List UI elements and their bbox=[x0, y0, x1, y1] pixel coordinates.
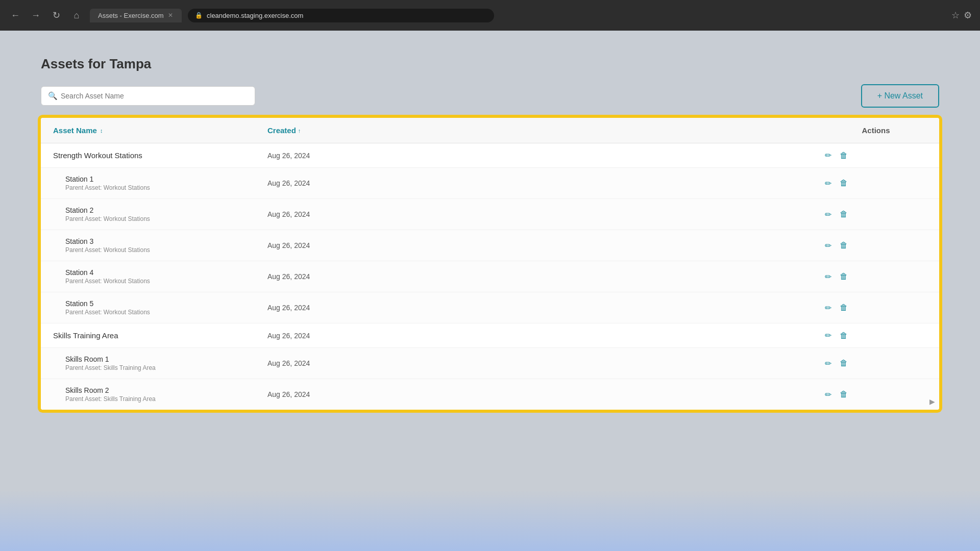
edit-icon[interactable]: ✏ bbox=[825, 390, 831, 399]
delete-icon[interactable]: 🗑 bbox=[840, 151, 848, 160]
tab-close-icon[interactable]: ✕ bbox=[168, 12, 173, 19]
created-sort-icon: ↑ bbox=[298, 128, 301, 134]
asset-parent-label: Parent Asset: Skills Training Area bbox=[53, 364, 267, 371]
edit-icon[interactable]: ✏ bbox=[825, 210, 831, 219]
table-row: Station 1Parent Asset: Workout StationsA… bbox=[41, 168, 939, 199]
header-row: 🔍 + New Asset bbox=[41, 84, 939, 108]
page-content: Assets for Tampa 🔍 + New Asset Asset Nam… bbox=[0, 31, 980, 551]
asset-child-name: Station 4 bbox=[53, 268, 267, 277]
sort-icon: ↕ bbox=[100, 128, 103, 134]
asset-parent-label: Parent Asset: Skills Training Area bbox=[53, 395, 267, 403]
asset-child-name: Station 5 bbox=[53, 299, 267, 308]
asset-child-name: Station 1 bbox=[53, 175, 267, 183]
url-text: cleandemo.staging.exercise.com bbox=[207, 12, 303, 19]
asset-child-name: Skills Room 2 bbox=[53, 386, 267, 394]
asset-name-cell: Station 2Parent Asset: Workout Stations bbox=[53, 206, 267, 222]
search-wrapper: 🔍 bbox=[41, 86, 255, 106]
assets-table: Asset Name ↕ Created ↑ Actions Strength … bbox=[41, 118, 939, 410]
delete-icon[interactable]: 🗑 bbox=[840, 272, 848, 281]
delete-icon[interactable]: 🗑 bbox=[840, 359, 848, 368]
extensions-icon[interactable]: ⚙ bbox=[964, 10, 972, 21]
edit-icon[interactable]: ✏ bbox=[825, 272, 831, 282]
address-bar[interactable]: 🔒 cleandemo.staging.exercise.com bbox=[188, 9, 494, 22]
asset-parent-label: Parent Asset: Workout Stations bbox=[53, 278, 267, 285]
col-actions-header: Actions bbox=[825, 126, 927, 135]
actions-cell: ✏🗑 bbox=[825, 359, 927, 368]
asset-name-cell: Skills Room 1Parent Asset: Skills Traini… bbox=[53, 355, 267, 371]
asset-parent-label: Parent Asset: Workout Stations bbox=[53, 184, 267, 191]
actions-cell: ✏🗑 bbox=[825, 390, 927, 399]
table-row: Strength Workout StationsAug 26, 2024✏🗑 bbox=[41, 143, 939, 168]
actions-cell: ✏🗑 bbox=[825, 272, 927, 282]
scroll-indicator[interactable]: ▶ bbox=[929, 397, 935, 406]
asset-name-cell: Station 1Parent Asset: Workout Stations bbox=[53, 175, 267, 191]
date-cell: Aug 26, 2024 bbox=[267, 152, 825, 160]
actions-cell: ✏🗑 bbox=[825, 331, 927, 340]
actions-cell: ✏🗑 bbox=[825, 241, 927, 251]
date-cell: Aug 26, 2024 bbox=[267, 241, 825, 249]
tab-label: Assets - Exercise.com bbox=[98, 12, 164, 19]
delete-icon[interactable]: 🗑 bbox=[840, 390, 848, 399]
date-cell: Aug 26, 2024 bbox=[267, 272, 825, 281]
asset-child-name: Skills Room 1 bbox=[53, 355, 267, 363]
lock-icon: 🔒 bbox=[195, 12, 203, 19]
asset-child-name: Station 3 bbox=[53, 237, 267, 245]
table-header: Asset Name ↕ Created ↑ Actions bbox=[41, 118, 939, 143]
col-asset-name-header[interactable]: Asset Name ↕ bbox=[53, 126, 267, 135]
asset-name-cell: Station 3Parent Asset: Workout Stations bbox=[53, 237, 267, 254]
actions-cell: ✏🗑 bbox=[825, 210, 927, 219]
browser-actions: ☆ ⚙ bbox=[951, 10, 972, 21]
edit-icon[interactable]: ✏ bbox=[825, 359, 831, 368]
edit-icon[interactable]: ✏ bbox=[825, 331, 831, 340]
delete-icon[interactable]: 🗑 bbox=[840, 241, 848, 250]
reload-button[interactable]: ↻ bbox=[49, 8, 63, 22]
edit-icon[interactable]: ✏ bbox=[825, 241, 831, 251]
asset-name-cell: Strength Workout Stations bbox=[53, 151, 267, 160]
date-cell: Aug 26, 2024 bbox=[267, 359, 825, 367]
asset-parent-name: Skills Training Area bbox=[53, 331, 267, 340]
table-row: Station 3Parent Asset: Workout StationsA… bbox=[41, 230, 939, 261]
search-input[interactable] bbox=[41, 86, 255, 106]
star-icon[interactable]: ☆ bbox=[951, 10, 960, 21]
forward-button[interactable]: → bbox=[29, 8, 43, 22]
date-cell: Aug 26, 2024 bbox=[267, 390, 825, 398]
date-cell: Aug 26, 2024 bbox=[267, 332, 825, 340]
table-row: Station 4Parent Asset: Workout StationsA… bbox=[41, 261, 939, 292]
browser-chrome: ← → ↻ ⌂ Assets - Exercise.com ✕ 🔒 cleand… bbox=[0, 0, 980, 31]
asset-parent-label: Parent Asset: Workout Stations bbox=[53, 215, 267, 222]
edit-icon[interactable]: ✏ bbox=[825, 151, 831, 160]
edit-icon[interactable]: ✏ bbox=[825, 303, 831, 313]
home-button[interactable]: ⌂ bbox=[69, 8, 84, 22]
edit-icon[interactable]: ✏ bbox=[825, 179, 831, 188]
delete-icon[interactable]: 🗑 bbox=[840, 331, 848, 340]
table-body: Strength Workout StationsAug 26, 2024✏🗑S… bbox=[41, 143, 939, 410]
actions-cell: ✏🗑 bbox=[825, 151, 927, 160]
new-asset-button[interactable]: + New Asset bbox=[861, 84, 939, 108]
col-created-header[interactable]: Created ↑ bbox=[267, 126, 825, 135]
search-icon: 🔍 bbox=[48, 91, 58, 101]
table-row: Station 2Parent Asset: Workout StationsA… bbox=[41, 199, 939, 230]
asset-child-name: Station 2 bbox=[53, 206, 267, 214]
table-row: Skills Training AreaAug 26, 2024✏🗑 bbox=[41, 323, 939, 348]
actions-cell: ✏🗑 bbox=[825, 179, 927, 188]
date-cell: Aug 26, 2024 bbox=[267, 210, 825, 218]
delete-icon[interactable]: 🗑 bbox=[840, 179, 848, 188]
page-title: Assets for Tampa bbox=[41, 56, 939, 72]
asset-parent-name: Strength Workout Stations bbox=[53, 151, 267, 160]
actions-cell: ✏🗑 bbox=[825, 303, 927, 313]
table-row: Skills Room 2Parent Asset: Skills Traini… bbox=[41, 379, 939, 410]
asset-parent-label: Parent Asset: Workout Stations bbox=[53, 309, 267, 316]
delete-icon[interactable]: 🗑 bbox=[840, 303, 848, 312]
asset-name-cell: Skills Room 2Parent Asset: Skills Traini… bbox=[53, 386, 267, 403]
asset-parent-label: Parent Asset: Workout Stations bbox=[53, 246, 267, 254]
asset-name-cell: Skills Training Area bbox=[53, 331, 267, 340]
date-cell: Aug 26, 2024 bbox=[267, 304, 825, 312]
back-button[interactable]: ← bbox=[8, 8, 22, 22]
table-row: Station 5Parent Asset: Workout StationsA… bbox=[41, 292, 939, 323]
new-asset-label: + New Asset bbox=[877, 91, 923, 101]
date-cell: Aug 26, 2024 bbox=[267, 179, 825, 187]
browser-tab[interactable]: Assets - Exercise.com ✕ bbox=[90, 9, 182, 22]
delete-icon[interactable]: 🗑 bbox=[840, 210, 848, 219]
table-row: Skills Room 1Parent Asset: Skills Traini… bbox=[41, 348, 939, 379]
asset-name-cell: Station 4Parent Asset: Workout Stations bbox=[53, 268, 267, 285]
